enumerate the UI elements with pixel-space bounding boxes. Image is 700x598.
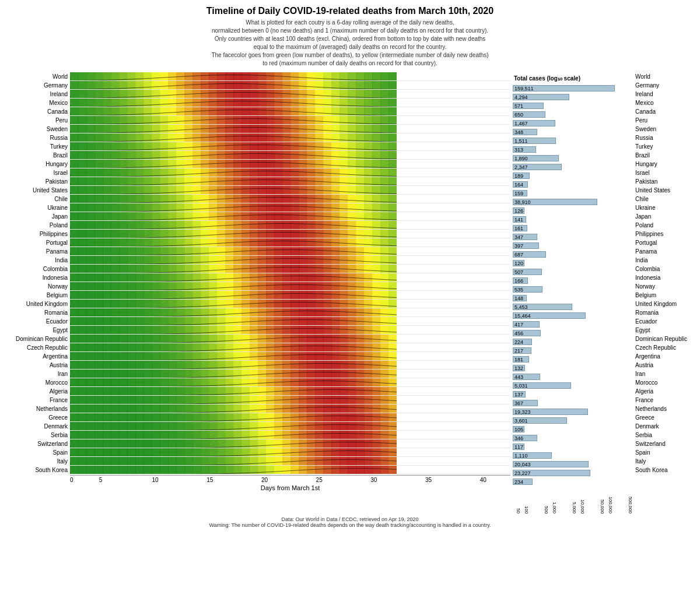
svg-rect-1097 (209, 308, 218, 317)
svg-rect-1694 (184, 439, 193, 448)
svg-rect-512 (331, 177, 340, 186)
svg-rect-505 (274, 177, 283, 186)
svg-rect-1531 (160, 404, 169, 413)
svg-rect-1818 (217, 466, 226, 474)
x-tick-3: 15 (183, 477, 237, 483)
svg-rect-1680 (70, 439, 79, 448)
svg-rect-1745 (274, 448, 283, 457)
bar-value-1: 4,294 (513, 94, 569, 100)
svg-rect-628 (299, 203, 307, 212)
svg-rect-1414 (184, 378, 193, 387)
svg-rect-706 (282, 221, 291, 230)
svg-rect-102 (250, 90, 258, 99)
svg-rect-958 (380, 273, 389, 282)
svg-rect-1250 (152, 343, 160, 352)
svg-rect-1691 (160, 439, 169, 448)
svg-rect-1652 (168, 431, 177, 439)
svg-rect-1128 (135, 317, 144, 326)
svg-rect-912 (331, 265, 340, 273)
svg-rect-755 (356, 230, 365, 238)
svg-rect-1409 (144, 378, 152, 387)
country-label-right-12: Pakistan (633, 177, 697, 186)
svg-rect-1096 (201, 308, 209, 317)
svg-rect-262 (250, 125, 258, 133)
svg-rect-769 (144, 238, 152, 247)
svg-rect-1705 (274, 439, 283, 448)
svg-rect-1527 (127, 404, 136, 413)
svg-rect-1023 (258, 291, 267, 300)
svg-rect-1422 (250, 378, 258, 387)
country-label-left-23: Indonesia (3, 273, 70, 282)
svg-rect-38 (380, 72, 389, 81)
svg-rect-944 (266, 273, 275, 282)
svg-rect-1164 (103, 326, 111, 335)
svg-rect-292 (168, 133, 177, 142)
svg-rect-1359 (388, 361, 397, 370)
bar-row-22: 166 (513, 276, 633, 285)
svg-rect-72 (331, 81, 340, 90)
svg-rect-953 (340, 273, 348, 282)
svg-rect-985 (274, 282, 283, 291)
svg-rect-61 (242, 81, 250, 90)
svg-rect-1710 (315, 439, 324, 448)
svg-rect-441 (78, 168, 87, 177)
svg-rect-1673 (340, 431, 348, 439)
svg-rect-1244 (103, 343, 111, 352)
svg-rect-482 (86, 177, 95, 186)
svg-rect-541 (242, 186, 250, 195)
svg-rect-1763 (94, 457, 103, 466)
svg-rect-845 (111, 256, 120, 265)
svg-rect-1674 (348, 431, 356, 439)
svg-rect-876 (364, 256, 373, 265)
svg-rect-1087 (127, 308, 136, 317)
svg-rect-361 (78, 151, 87, 160)
svg-rect-1623 (258, 422, 267, 431)
svg-rect-63 (258, 81, 267, 90)
svg-rect-1220 (233, 335, 242, 343)
svg-rect-684 (103, 221, 111, 230)
svg-rect-1712 (331, 439, 340, 448)
svg-rect-387 (290, 151, 299, 160)
svg-rect-1766 (119, 457, 128, 466)
heatmap-row-8 (70, 142, 510, 151)
svg-rect-1671 (323, 431, 332, 439)
svg-rect-281 (78, 133, 87, 142)
svg-rect-1270 (315, 343, 324, 352)
svg-rect-1632 (331, 422, 340, 431)
svg-rect-24 (266, 72, 275, 81)
svg-rect-1546 (282, 404, 291, 413)
svg-rect-1016 (201, 291, 209, 300)
svg-rect-462 (250, 168, 258, 177)
svg-rect-233 (340, 116, 348, 125)
svg-rect-1443 (94, 387, 103, 396)
svg-rect-150 (315, 99, 324, 107)
svg-rect-1212 (168, 335, 177, 343)
svg-rect-351 (323, 142, 332, 151)
svg-rect-1153 (340, 317, 348, 326)
svg-rect-1598 (380, 413, 389, 422)
svg-rect-1651 (160, 431, 169, 439)
svg-rect-1147 (290, 317, 299, 326)
svg-rect-439 (388, 160, 397, 168)
svg-rect-685 (111, 221, 120, 230)
svg-rect-1785 (274, 457, 283, 466)
bar-row-20: 120 (513, 259, 633, 268)
svg-rect-1231 (323, 335, 332, 343)
svg-rect-263 (258, 125, 267, 133)
svg-rect-823 (258, 247, 267, 256)
svg-rect-915 (356, 265, 365, 273)
svg-rect-1569 (144, 413, 152, 422)
svg-rect-986 (282, 282, 291, 291)
svg-rect-702 (250, 221, 258, 230)
svg-rect-781 (242, 238, 250, 247)
svg-rect-178 (217, 107, 226, 116)
svg-rect-977 (209, 282, 218, 291)
svg-rect-289 (144, 133, 152, 142)
svg-rect-1492 (168, 396, 177, 404)
log-tick-5: 10,000 (580, 487, 585, 513)
svg-rect-1334 (184, 361, 193, 370)
svg-rect-359 (388, 142, 397, 151)
svg-rect-99 (225, 90, 234, 99)
svg-rect-339 (225, 142, 234, 151)
bar-row-38: 3,601 (513, 416, 633, 425)
